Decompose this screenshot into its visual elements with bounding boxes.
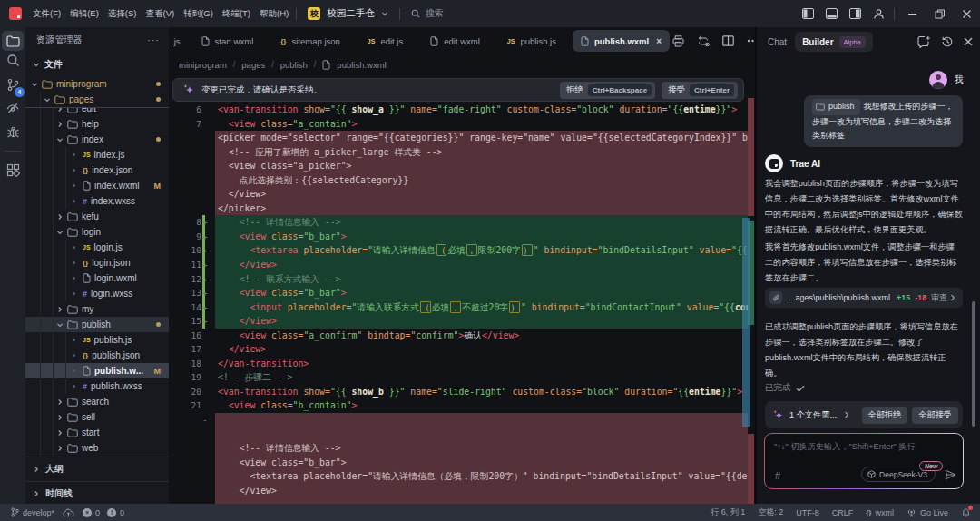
code-token: bindinput= bbox=[539, 245, 598, 255]
send-icon[interactable] bbox=[945, 469, 956, 480]
tree-item[interactable]: login.wxml bbox=[25, 270, 169, 286]
timeline-section[interactable]: 时间线 bbox=[25, 481, 169, 504]
sync-status[interactable] bbox=[63, 508, 74, 517]
eol-setting[interactable]: CRLF bbox=[832, 508, 854, 517]
extensions-icon[interactable] bbox=[0, 160, 25, 180]
toggle-sidebar-left-icon[interactable] bbox=[796, 0, 819, 27]
search-sidebar-icon[interactable] bbox=[0, 50, 25, 70]
menu-item[interactable]: 选择(S) bbox=[104, 0, 141, 27]
tree-item[interactable]: search bbox=[25, 394, 169, 409]
reject-all-button[interactable]: 全部拒绝 bbox=[862, 407, 908, 424]
problems-status[interactable]: × 0 ! 0 bbox=[83, 508, 124, 517]
menu-item[interactable]: 编辑(E) bbox=[66, 0, 103, 27]
tree-item[interactable]: kefu bbox=[25, 209, 169, 224]
tree-item[interactable]: help bbox=[25, 116, 169, 132]
tree-item[interactable]: my bbox=[25, 301, 169, 317]
debug-icon[interactable] bbox=[0, 122, 25, 142]
ai-message-paragraph: 我将首先修改publish.wxml文件，调整步骤一和步骤 二的内容顺序，将填写… bbox=[765, 240, 970, 286]
preview-eye-icon[interactable] bbox=[0, 98, 25, 118]
chevron-right-icon[interactable] bbox=[844, 411, 849, 418]
sidebar-more-icon[interactable]: ··· bbox=[147, 34, 160, 45]
minimize-button[interactable] bbox=[898, 0, 926, 27]
editor-tab[interactable]: edit.wxml bbox=[416, 27, 494, 54]
menu-item[interactable]: 终端(T) bbox=[219, 0, 254, 27]
maximize-button[interactable] bbox=[926, 0, 953, 27]
files-section-header[interactable]: 文件 bbox=[25, 53, 169, 76]
encoding-setting[interactable]: UTF-8 bbox=[796, 508, 819, 517]
accept-button[interactable]: 接受 Ctrl+Enter bbox=[662, 82, 738, 99]
accept-all-button[interactable]: 全部接受 bbox=[912, 407, 958, 424]
tree-item[interactable]: publish bbox=[25, 317, 169, 332]
print-icon[interactable] bbox=[672, 35, 684, 47]
tab-builder[interactable]: Builder Alpha bbox=[795, 32, 873, 52]
source-control-icon[interactable]: 4 bbox=[0, 74, 25, 94]
tree-item[interactable]: miniprogram bbox=[25, 76, 169, 92]
notifications-bell[interactable] bbox=[961, 507, 971, 517]
close-window-button[interactable] bbox=[953, 0, 980, 27]
tree-item[interactable]: start bbox=[25, 425, 169, 440]
breadcrumb-item[interactable]: pages bbox=[241, 60, 265, 70]
context-hash-button[interactable]: # bbox=[775, 470, 780, 481]
breadcrumb-item[interactable]: publish bbox=[280, 60, 308, 70]
more-actions-icon[interactable] bbox=[747, 39, 755, 43]
tree-item[interactable]: web bbox=[25, 440, 169, 456]
breadcrumb-file[interactable]: publish.wxml bbox=[337, 60, 386, 70]
new-chat-icon[interactable] bbox=[917, 35, 931, 48]
breadcrumb-item[interactable]: miniprogram bbox=[179, 60, 227, 70]
tree-item[interactable]: {} publish.json bbox=[25, 348, 169, 363]
toggle-sidebar-right-icon[interactable] bbox=[843, 0, 867, 27]
editor-tab[interactable]: .js bbox=[169, 27, 188, 54]
tree-item[interactable]: publish.w... M bbox=[25, 363, 169, 378]
menu-item[interactable]: 文件(F) bbox=[29, 0, 64, 27]
user-avatar bbox=[929, 71, 947, 89]
chat-scrollbar[interactable] bbox=[972, 301, 975, 427]
chat-input[interactable]: "↑↓" 切换历史输入，"Shift+Enter" 换行 bbox=[774, 441, 916, 453]
tree-item[interactable]: # publish.wxss bbox=[25, 378, 169, 394]
compare-changes-icon[interactable] bbox=[697, 35, 710, 47]
toggle-panel-icon[interactable] bbox=[819, 0, 843, 27]
editor-tab[interactable]: JS edit.js bbox=[354, 27, 416, 54]
tree-item[interactable]: sell bbox=[25, 409, 169, 425]
tree-item[interactable]: JS index.js bbox=[25, 147, 169, 162]
split-editor-icon[interactable] bbox=[722, 35, 734, 46]
close-tab-icon[interactable]: × bbox=[656, 36, 662, 46]
cursor-position[interactable]: 行 6, 列 1 bbox=[710, 506, 745, 518]
code-editor[interactable]: 6 <van-transition show="{{ show_a }}" na… bbox=[169, 103, 755, 504]
review-link[interactable]: 审查 bbox=[931, 292, 956, 304]
project-selector[interactable]: 校 校园二手仓 bbox=[300, 7, 396, 20]
tree-item[interactable]: login bbox=[25, 224, 169, 240]
global-search[interactable]: 搜索 bbox=[411, 7, 444, 20]
changed-file-card[interactable]: ...ages\publish\publish.wxml +15 -18 审查 bbox=[765, 288, 963, 308]
tree-item[interactable]: index bbox=[25, 132, 169, 147]
tree-item[interactable]: index.wxml M bbox=[25, 178, 169, 193]
tree-item[interactable]: JS publish.js bbox=[25, 332, 169, 348]
editor-tab[interactable]: start.wxml bbox=[188, 27, 268, 54]
menu-item[interactable]: 转到(G) bbox=[180, 0, 217, 27]
history-icon[interactable] bbox=[941, 35, 954, 48]
tree-item[interactable]: pages bbox=[25, 92, 169, 107]
tree-item[interactable]: JS login.js bbox=[25, 240, 169, 255]
app-logo-icon[interactable] bbox=[9, 7, 22, 20]
tree-item[interactable]: # login.wxss bbox=[25, 286, 169, 301]
indentation-setting[interactable]: 空格: 2 bbox=[758, 506, 783, 518]
explorer-icon[interactable] bbox=[2, 31, 24, 51]
editor-tab[interactable]: {} sitemap.json bbox=[267, 27, 354, 54]
tree-item[interactable]: {} index.json bbox=[25, 162, 169, 178]
tree-item[interactable]: {} login.json bbox=[25, 255, 169, 270]
close-panel-icon[interactable] bbox=[964, 37, 973, 46]
reject-button[interactable]: 拒绝 Ctrl+Backspace bbox=[560, 82, 655, 99]
menu-item[interactable]: 帮助(H) bbox=[256, 0, 292, 27]
git-branch-status[interactable]: develop* bbox=[11, 507, 54, 517]
editor-scrollbar[interactable] bbox=[742, 218, 750, 427]
tree-item[interactable]: edit bbox=[25, 107, 169, 116]
editor-tab[interactable]: JS publish.js bbox=[494, 27, 570, 54]
tree-item[interactable]: # index.wxss bbox=[25, 193, 169, 209]
context-file-pill[interactable]: publish bbox=[812, 99, 860, 115]
account-icon[interactable] bbox=[867, 0, 890, 27]
tab-chat[interactable]: Chat bbox=[768, 37, 787, 47]
editor-tab[interactable]: publish.wxml × bbox=[573, 30, 670, 52]
outline-section[interactable]: 大纲 bbox=[25, 457, 169, 480]
menu-item[interactable]: 查看(V) bbox=[142, 0, 178, 27]
go-live-button[interactable]: Go Live bbox=[906, 508, 948, 517]
language-mode[interactable]: {} wxml bbox=[866, 508, 894, 517]
